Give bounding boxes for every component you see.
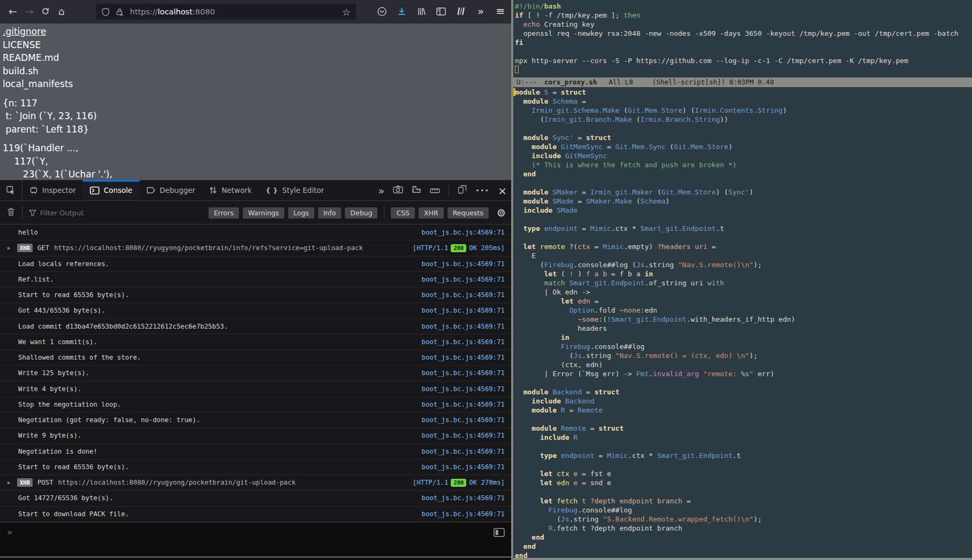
ocaml-code-line[interactable]: let remote ?(ctx = Mimic.empty) ?headers… xyxy=(515,242,972,251)
reload-button[interactable] xyxy=(37,3,53,19)
pick-element-button[interactable] xyxy=(0,180,22,200)
devtools-more-button[interactable]: ••• xyxy=(475,186,489,195)
console-input-row[interactable]: » xyxy=(0,522,511,560)
shell-code-line[interactable]: #!/bin/bash xyxy=(515,2,972,11)
console-log-row[interactable]: Start to read 65536 byte(s).boot_js.bc.j… xyxy=(0,460,511,475)
request-url[interactable]: https://localhost:8080//ryugyong/pocketb… xyxy=(54,244,413,252)
tab-style-editor[interactable]: { } Style Editor xyxy=(259,180,331,200)
source-link[interactable]: boot_js.bc.js:4569:71 xyxy=(422,463,505,471)
filter-button-errors[interactable]: Errors xyxy=(209,207,239,219)
source-link[interactable]: boot_js.bc.js:4569:71 xyxy=(422,494,505,502)
shell-code-line[interactable]: if [ ! -f /tmp/key.pem ]; then xyxy=(515,11,972,20)
console-log-row[interactable]: Write 9 byte(s).boot_js.bc.js:4569:71 xyxy=(0,428,511,444)
filter-button-css[interactable]: CSS xyxy=(391,207,415,219)
ocaml-code-line[interactable] xyxy=(515,378,972,387)
file-link[interactable]: .gitignore xyxy=(3,25,511,38)
source-link[interactable]: boot_js.bc.js:4569:71 xyxy=(422,416,505,424)
ocaml-code-line[interactable]: | Ok edn -> xyxy=(515,287,972,297)
shell-code-line[interactable]: echo Creating key xyxy=(515,20,972,29)
screenshot-button[interactable] xyxy=(393,185,403,196)
shell-code-line[interactable]: npx http-server --cors -S -P https://git… xyxy=(515,56,972,65)
console-log-row[interactable]: Load locals references.boot_js.bc.js:456… xyxy=(0,256,511,272)
ocaml-code-line[interactable]: Option.fold ~none:edn xyxy=(515,306,972,315)
overflow-chevron-icon[interactable]: » xyxy=(475,3,487,19)
lock-warning-icon[interactable] xyxy=(115,7,125,17)
source-link[interactable]: boot_js.bc.js:4569:71 xyxy=(422,260,505,268)
filter-button-requests[interactable]: Requests xyxy=(448,207,489,219)
ocaml-code-line[interactable]: include R xyxy=(515,433,972,442)
ocaml-code-line[interactable]: type endpoint = Mimic.ctx * Smart_git.En… xyxy=(515,224,972,233)
ocaml-code-line[interactable]: module SMaker = Irmin_git.Maker (Git.Mem… xyxy=(515,188,972,197)
shell-code-line[interactable] xyxy=(515,65,972,74)
ocaml-code-line[interactable]: module Schema = xyxy=(515,97,972,106)
console-log-row[interactable]: Ref.list.boot_js.bc.js:4569:71 xyxy=(0,272,511,287)
ocaml-code-line[interactable]: end xyxy=(515,169,972,178)
source-link[interactable]: boot_js.bc.js:4569:71 xyxy=(422,291,505,299)
ocaml-code-line[interactable]: module SMade = SMaker.Make (Schema) xyxy=(515,197,972,206)
tab-inspector[interactable]: Inspector xyxy=(22,180,83,200)
ocaml-code-line[interactable]: Firebug.console##log xyxy=(515,342,972,351)
source-link[interactable]: boot_js.bc.js:4569:71 xyxy=(422,354,505,361)
ocaml-code-line[interactable] xyxy=(515,124,972,133)
ocaml-code-line[interactable]: (Js.string "Nav.S.remote() = (ctx, edn) … xyxy=(515,351,972,360)
console-log-row[interactable]: Stop the negotiation loop.boot_js.bc.js:… xyxy=(0,397,511,413)
ocaml-code-line[interactable]: module S = struct xyxy=(515,88,972,97)
close-devtools-button[interactable]: × xyxy=(498,184,507,197)
ocaml-code-line[interactable]: let edn e = snd e xyxy=(515,478,972,487)
file-link[interactable]: local_manifests xyxy=(3,77,511,91)
console-log-row[interactable]: helloboot_js.bc.js:4569:71 xyxy=(0,225,511,240)
source-link[interactable]: boot_js.bc.js:4569:71 xyxy=(422,276,505,283)
url-bar[interactable]: https://localhost:8080 ☆ xyxy=(96,4,356,20)
filter-button-info[interactable]: Info xyxy=(318,207,342,219)
ocaml-code-line[interactable]: ~some:(!Smart_git.Endpoint.with_headers_… xyxy=(515,315,972,324)
ocaml-code-line[interactable] xyxy=(515,442,972,451)
source-link[interactable]: boot_js.bc.js:4569:71 xyxy=(422,401,505,408)
ocaml-code-line[interactable]: module Backend = struct xyxy=(515,387,972,396)
console-log-row[interactable]: Negotiation is done!boot_js.bc.js:4569:7… xyxy=(0,444,511,460)
ocaml-code-line[interactable]: type endpoint = Mimic.ctx * Smart_git.En… xyxy=(515,451,972,460)
split-console-button[interactable] xyxy=(493,528,505,539)
ocaml-code-line[interactable] xyxy=(515,215,972,224)
ocaml-code-line[interactable]: let edn = xyxy=(515,297,972,306)
clear-console-button[interactable] xyxy=(7,207,15,219)
file-link[interactable]: build.sh xyxy=(3,65,511,78)
expand-triangle-icon[interactable]: ▶ xyxy=(7,480,15,485)
ocaml-code-line[interactable]: | Error (`Msg err) -> Fmt.invalid_arg "r… xyxy=(515,369,972,378)
console-log-row[interactable]: Start to download PACK file.boot_js.bc.j… xyxy=(0,507,511,522)
shell-code-line[interactable]: fi xyxy=(515,38,972,47)
source-link[interactable]: boot_js.bc.js:4569:71 xyxy=(422,432,505,439)
tab-debugger[interactable]: Debugger xyxy=(140,180,203,200)
ocaml-code-line[interactable]: in xyxy=(515,333,972,342)
ocaml-code-line[interactable]: (Js.string "S.Backend.Remote.wrapped_fet… xyxy=(515,515,972,524)
console-settings-button[interactable] xyxy=(497,208,506,217)
home-button[interactable]: ⌂ xyxy=(53,3,70,19)
shell-code-line[interactable]: openssl req -newkey rsa:2048 -new -nodes… xyxy=(515,29,972,38)
ocaml-code-line[interactable] xyxy=(515,233,972,242)
tab-overflow-chevron-icon[interactable]: » xyxy=(378,184,384,197)
ocaml-code-line[interactable]: (* This is where the fetch and push are … xyxy=(515,160,972,169)
source-link[interactable]: boot_js.bc.js:4569:71 xyxy=(422,307,505,314)
forward-button[interactable]: → xyxy=(21,3,37,19)
library-button[interactable] xyxy=(415,3,427,19)
ocaml-code-line[interactable]: end xyxy=(515,533,972,542)
filter-button-xhr[interactable]: XHR xyxy=(419,207,444,219)
ocaml-code-line[interactable]: E xyxy=(515,251,972,260)
pocket-button[interactable] xyxy=(376,3,388,19)
console-log-row[interactable]: Negotiation (got ready: false, no-done: … xyxy=(0,413,511,428)
ocaml-code-line[interactable]: match Smart_git.Endpoint.of_string uri w… xyxy=(515,278,972,287)
ocaml-code-line[interactable]: Firebug.console##log xyxy=(515,505,972,515)
network-log-row[interactable]: ▶XHRGEThttps://localhost:8080//ryugyong/… xyxy=(0,240,511,256)
ocaml-code-line[interactable] xyxy=(515,460,972,469)
request-url[interactable]: https://localhost:8080//ryugyong/pocketb… xyxy=(58,479,413,486)
source-link[interactable]: boot_js.bc.js:4569:71 xyxy=(422,229,505,236)
console-log-row[interactable]: Write 125 byte(s).boot_js.bc.js:4569:71 xyxy=(0,365,511,381)
source-link[interactable]: boot_js.bc.js:4569:71 xyxy=(422,338,505,346)
ocaml-code-line[interactable]: module Sync' = struct xyxy=(515,133,972,142)
ocaml-code-line[interactable]: Irmin_git.Schema.Make (Git.Mem.Store) (I… xyxy=(515,106,972,115)
ocaml-code-line[interactable] xyxy=(515,415,972,424)
filter-input[interactable]: Filter Output xyxy=(40,209,84,217)
menu-button[interactable]: ≡ xyxy=(495,3,506,19)
console-log-row[interactable]: Got 443/65536 byte(s).boot_js.bc.js:4569… xyxy=(0,303,511,318)
ocaml-code-line[interactable]: headers xyxy=(515,324,972,333)
back-button[interactable]: ← xyxy=(5,3,21,19)
